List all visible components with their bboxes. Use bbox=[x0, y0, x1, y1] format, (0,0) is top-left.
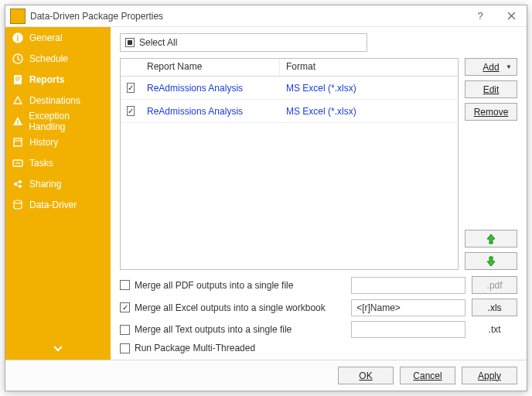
edit-button-label: Edit bbox=[483, 84, 500, 95]
sidebar-item-label: General bbox=[29, 32, 63, 43]
remove-button-label: Remove bbox=[474, 107, 509, 118]
merge-pdf-ext-button[interactable]: .pdf bbox=[472, 276, 517, 294]
report-icon bbox=[12, 73, 24, 86]
sharing-icon bbox=[12, 178, 24, 190]
info-icon: i bbox=[12, 32, 24, 44]
merge-section: Merge all PDF outputs into a single file… bbox=[120, 276, 517, 360]
merge-text-label: Merge all Text outputs into a single fil… bbox=[135, 324, 292, 335]
sidebar-item-schedule[interactable]: Schedule bbox=[5, 48, 111, 69]
merge-pdf-checkbox[interactable] bbox=[120, 280, 130, 290]
sidebar-item-label: Reports bbox=[29, 74, 64, 85]
dialog-window: Data-Driven Package Properties ? i Gener… bbox=[5, 5, 527, 391]
sidebar-scroll-down-icon[interactable] bbox=[5, 344, 111, 355]
multithread-checkbox[interactable] bbox=[120, 343, 130, 353]
sidebar-item-label: Sharing bbox=[29, 179, 61, 189]
window-title: Data-Driven Package Properties bbox=[30, 11, 465, 22]
table-header: Report Name Format bbox=[121, 59, 458, 77]
move-down-button[interactable] bbox=[465, 252, 517, 270]
table-row[interactable]: ✓ ReAdmissions Analysis MS Excel (*.xlsx… bbox=[121, 77, 458, 100]
sidebar-item-label: Destinations bbox=[29, 95, 80, 106]
add-button[interactable]: Add ▼ bbox=[465, 58, 517, 76]
help-button[interactable]: ? bbox=[465, 6, 496, 26]
table-row[interactable]: ✓ ReAdmissions Analysis MS Excel (*.xlsx… bbox=[121, 100, 458, 123]
select-all-label: Select All bbox=[139, 37, 177, 48]
reports-table: Report Name Format ✓ ReAdmissions Analys… bbox=[120, 58, 459, 270]
close-button[interactable] bbox=[496, 6, 527, 26]
merge-excel-checkbox[interactable]: ✓ bbox=[120, 302, 130, 312]
sidebar-item-general[interactable]: i General bbox=[5, 27, 111, 48]
sidebar-item-label: Data-Driver bbox=[29, 200, 77, 210]
select-all-toggle[interactable]: Select All bbox=[120, 33, 367, 52]
clock-icon bbox=[12, 53, 24, 65]
database-icon bbox=[12, 199, 24, 211]
merge-excel-ext-button[interactable]: .xls bbox=[472, 299, 517, 316]
merge-excel-label: Merge all Excel outputs into a single wo… bbox=[135, 302, 326, 313]
row-report-name[interactable]: ReAdmissions Analysis bbox=[141, 106, 280, 117]
svg-point-11 bbox=[14, 200, 22, 203]
svg-text:i: i bbox=[17, 34, 19, 43]
merge-text-filename-input[interactable] bbox=[351, 321, 466, 338]
sidebar-item-reports[interactable]: Reports bbox=[5, 69, 111, 90]
sidebar-item-label: Exception Handling bbox=[29, 111, 104, 132]
merge-pdf-filename-input[interactable] bbox=[351, 277, 466, 294]
svg-text:!: ! bbox=[16, 118, 19, 126]
sidebar-item-label: Schedule bbox=[29, 53, 68, 64]
warning-icon: ! bbox=[12, 115, 23, 128]
sidebar-item-sharing[interactable]: Sharing bbox=[5, 173, 111, 194]
col-header-name[interactable]: Report Name bbox=[141, 59, 280, 76]
svg-rect-6 bbox=[14, 138, 22, 146]
row-checkbox[interactable]: ✓ bbox=[127, 106, 135, 116]
sidebar-item-exception[interactable]: ! Exception Handling bbox=[5, 111, 111, 131]
merge-pdf-label: Merge all PDF outputs into a single file bbox=[135, 280, 293, 291]
history-icon bbox=[12, 136, 24, 148]
select-all-checkbox[interactable] bbox=[125, 38, 135, 47]
apply-button[interactable]: Apply bbox=[462, 367, 517, 384]
side-buttons: Add ▼ Edit Remove bbox=[465, 58, 517, 270]
dialog-footer: OK Cancel Apply bbox=[5, 360, 527, 391]
sidebar-item-history[interactable]: History bbox=[5, 131, 111, 152]
row-report-name[interactable]: ReAdmissions Analysis bbox=[141, 83, 280, 94]
tasks-icon bbox=[12, 157, 24, 169]
add-button-label: Add bbox=[483, 62, 499, 73]
chevron-down-icon: ▼ bbox=[506, 63, 512, 70]
remove-button[interactable]: Remove bbox=[465, 103, 517, 121]
destination-icon bbox=[12, 94, 24, 107]
titlebar: Data-Driven Package Properties ? bbox=[5, 5, 527, 27]
merge-text-checkbox[interactable] bbox=[120, 325, 130, 335]
ok-button[interactable]: OK bbox=[338, 367, 394, 384]
main-panel: Select All Report Name Format ✓ ReAdmiss… bbox=[111, 27, 527, 360]
merge-text-ext-label: .txt bbox=[472, 324, 517, 335]
svg-rect-4 bbox=[14, 75, 22, 84]
row-report-format[interactable]: MS Excel (*.xlsx) bbox=[280, 106, 458, 117]
multithread-label: Run Package Multi-Threaded bbox=[135, 343, 255, 353]
move-up-button[interactable] bbox=[465, 230, 517, 248]
merge-excel-filename-input[interactable] bbox=[351, 299, 466, 316]
sidebar-item-datadriver[interactable]: Data-Driver bbox=[5, 194, 111, 215]
sidebar: i General Schedule Reports Des bbox=[5, 27, 111, 360]
col-header-format[interactable]: Format bbox=[280, 59, 458, 76]
sidebar-item-destinations[interactable]: Destinations bbox=[5, 90, 111, 111]
edit-button[interactable]: Edit bbox=[465, 80, 517, 98]
sidebar-item-label: Tasks bbox=[29, 158, 53, 169]
sidebar-item-label: History bbox=[29, 137, 58, 148]
sidebar-item-tasks[interactable]: Tasks bbox=[5, 152, 111, 173]
row-checkbox[interactable]: ✓ bbox=[127, 83, 135, 93]
cancel-button[interactable]: Cancel bbox=[400, 367, 455, 384]
row-report-format[interactable]: MS Excel (*.xlsx) bbox=[280, 83, 458, 94]
app-icon bbox=[10, 9, 26, 24]
